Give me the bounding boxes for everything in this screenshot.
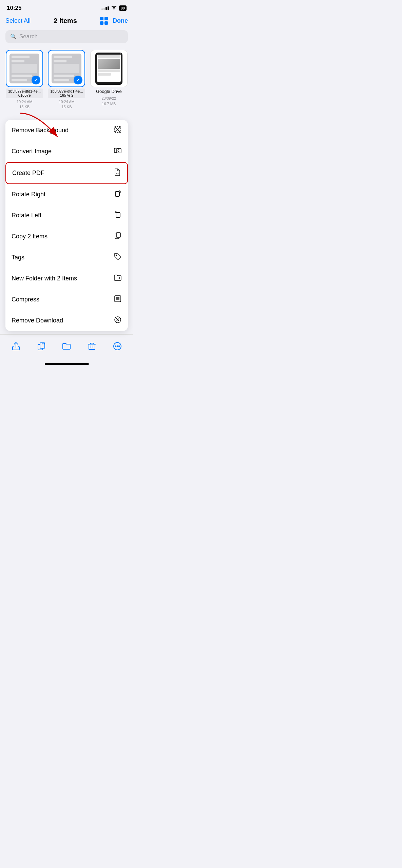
file-meta-2: 10:24 AM 15 KB xyxy=(59,99,74,110)
bottom-toolbar xyxy=(0,334,133,360)
file-thumbnail-2[interactable] xyxy=(48,50,85,87)
battery-indicator: 80 xyxy=(119,5,127,11)
svg-point-31 xyxy=(117,346,118,347)
home-indicator xyxy=(0,360,133,368)
menu-item-rotate-right-label: Rotate Right xyxy=(12,191,45,198)
done-button[interactable]: Done xyxy=(113,17,128,24)
file-item-3[interactable]: Google Drive 23/09/22 16.7 MB xyxy=(90,50,128,110)
menu-item-copy[interactable]: Copy 2 Items xyxy=(5,226,128,247)
svg-rect-9 xyxy=(116,213,120,217)
svg-point-32 xyxy=(118,346,119,347)
menu-item-convert-image[interactable]: Convert Image xyxy=(5,141,128,162)
svg-point-30 xyxy=(115,346,116,347)
select-all-button[interactable]: Select All xyxy=(5,17,31,24)
file-name-3: Google Drive xyxy=(96,88,122,95)
convert-image-icon xyxy=(114,146,122,156)
copy-icon xyxy=(114,232,122,241)
menu-item-new-folder-label: New Folder with 2 Items xyxy=(12,275,77,282)
remove-download-icon xyxy=(114,316,122,326)
svg-rect-11 xyxy=(116,233,120,237)
menu-item-compress[interactable]: Compress xyxy=(5,289,128,310)
signal-bars-icon xyxy=(101,6,109,10)
folder-button[interactable] xyxy=(59,339,74,354)
remove-background-icon xyxy=(114,125,122,135)
menu-item-tags[interactable]: Tags xyxy=(5,247,128,268)
svg-point-12 xyxy=(116,255,117,256)
menu-item-convert-image-label: Convert Image xyxy=(12,148,52,155)
file-name-2: 1b3f877e-dfd1-4e...1657e 2 xyxy=(48,88,85,98)
search-bar[interactable]: 🔍 Search xyxy=(5,30,128,43)
svg-text:PDF: PDF xyxy=(116,173,119,175)
delete-button[interactable] xyxy=(84,339,99,354)
menu-item-tags-label: Tags xyxy=(12,254,24,261)
top-right-controls: Done xyxy=(100,17,128,25)
grid-cell-1 xyxy=(100,17,103,20)
selection-badge-2 xyxy=(74,76,82,84)
menu-item-rotate-right[interactable]: Rotate Right xyxy=(5,184,128,205)
signal-bar-1 xyxy=(101,8,103,10)
context-menu: Remove Background Convert Image xyxy=(5,120,128,331)
status-bar: 10:25 80 xyxy=(0,0,133,14)
new-folder-icon xyxy=(114,274,122,283)
menu-item-remove-download-label: Remove Download xyxy=(12,317,63,324)
menu-item-copy-label: Copy 2 Items xyxy=(12,233,47,240)
menu-item-create-pdf-label: Create PDF xyxy=(12,170,44,177)
trash-icon xyxy=(88,342,96,351)
status-time: 10:25 xyxy=(7,5,21,12)
wifi-icon xyxy=(111,5,117,11)
signal-bar-3 xyxy=(106,7,107,10)
selection-badge-1 xyxy=(32,76,40,84)
compress-icon xyxy=(114,295,122,304)
search-icon: 🔍 xyxy=(10,34,17,40)
grid-cell-3 xyxy=(100,21,103,25)
home-bar xyxy=(45,363,89,365)
files-grid: 1b3f877e-dfd1-4e...61657e 10:24 AM 15 KB… xyxy=(0,46,133,113)
more-button[interactable] xyxy=(110,339,125,354)
search-placeholder: Search xyxy=(19,33,38,40)
menu-item-remove-download[interactable]: Remove Download xyxy=(5,310,128,331)
battery-level: 80 xyxy=(119,5,127,11)
top-nav: Select All 2 Items Done xyxy=(0,14,133,28)
duplicate-icon xyxy=(37,342,46,351)
svg-point-0 xyxy=(114,9,114,9)
file-item-2[interactable]: 1b3f877e-dfd1-4e...1657e 2 10:24 AM 15 K… xyxy=(47,50,85,110)
signal-bar-4 xyxy=(108,6,109,10)
menu-item-new-folder[interactable]: New Folder with 2 Items xyxy=(5,268,128,289)
file-thumbnail-1[interactable] xyxy=(6,50,43,87)
menu-item-create-pdf[interactable]: Create PDF PDF xyxy=(5,162,128,184)
svg-rect-8 xyxy=(115,192,119,196)
rotate-left-icon xyxy=(114,211,122,220)
google-drive-thumbnail xyxy=(95,53,122,85)
status-icons: 80 xyxy=(101,5,127,11)
share-icon xyxy=(12,342,20,351)
search-bar-container: 🔍 Search xyxy=(0,28,133,46)
grid-cell-2 xyxy=(104,17,108,20)
menu-item-compress-label: Compress xyxy=(12,296,39,303)
svg-rect-6 xyxy=(117,149,121,153)
tags-icon xyxy=(114,253,122,262)
menu-item-rotate-left-label: Rotate Left xyxy=(12,212,41,219)
items-title: 2 Items xyxy=(54,17,77,25)
signal-bar-2 xyxy=(103,8,105,10)
share-button[interactable] xyxy=(8,339,23,354)
file-name-1: 1b3f877e-dfd1-4e...61657e xyxy=(6,88,43,98)
rotate-right-icon xyxy=(114,190,122,199)
svg-rect-25 xyxy=(89,344,95,350)
file-item-1[interactable]: 1b3f877e-dfd1-4e...61657e 10:24 AM 15 KB xyxy=(5,50,43,110)
duplicate-button[interactable] xyxy=(34,339,49,354)
create-pdf-icon: PDF xyxy=(113,168,121,178)
file-thumbnail-3[interactable] xyxy=(90,50,128,87)
grid-view-icon[interactable] xyxy=(100,17,108,25)
file-meta-3: 23/09/22 16.7 MB xyxy=(101,96,116,106)
menu-item-rotate-left[interactable]: Rotate Left xyxy=(5,205,128,226)
red-arrow xyxy=(10,110,71,144)
file-meta-1: 10:24 AM 15 KB xyxy=(17,99,32,110)
folder-icon xyxy=(62,342,71,351)
context-menu-area: Remove Background Convert Image xyxy=(0,120,133,331)
more-icon xyxy=(113,342,122,351)
grid-cell-4 xyxy=(104,21,108,25)
